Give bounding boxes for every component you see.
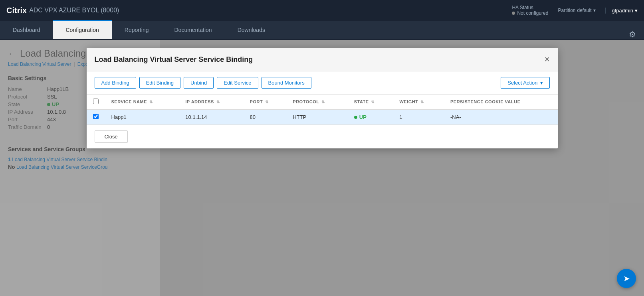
modal-footer: Close (87, 124, 558, 148)
cell-weight: 1 (393, 109, 444, 124)
select-all-checkbox[interactable] (93, 99, 99, 104)
cell-protocol: HTTP (286, 109, 347, 124)
settings-gear-area[interactable]: ⚙ (621, 30, 644, 39)
state-dot-icon (354, 116, 357, 119)
brand-citrix: Citrix (6, 6, 27, 15)
fab-button[interactable]: ➤ (617, 269, 636, 288)
col-port: PORT ⇅ (244, 95, 287, 109)
modal-title: Load Balancing Virtual Server Service Bi… (95, 55, 253, 64)
select-action-button[interactable]: Select Action ▾ (501, 77, 549, 89)
navbar: Dashboard Configuration Reporting Docume… (0, 21, 644, 40)
modal-close-button[interactable]: × (545, 54, 550, 65)
user-menu[interactable]: gtpadmin ▾ (605, 8, 638, 14)
edit-binding-button[interactable]: Edit Binding (139, 77, 180, 89)
modal-dialog: Load Balancing Virtual Server Service Bi… (87, 48, 558, 148)
tab-downloads[interactable]: Downloads (225, 20, 278, 39)
modal-toolbar: Add Binding Edit Binding Unbind Edit Ser… (87, 71, 558, 95)
col-service-name: SERVICE NAME ⇅ (105, 95, 179, 109)
table-body: Happ1 10.1.1.14 80 HTTP UP 1 -NA- (87, 109, 558, 124)
brand-area: Citrix ADC VPX AZURE BYOL (8000) (6, 6, 119, 15)
service-bindings-table: SERVICE NAME ⇅ IP ADDRESS ⇅ PORT ⇅ PRO (87, 95, 558, 124)
ha-dot-icon (512, 12, 515, 15)
ha-status-text: Not configured (517, 10, 548, 16)
sort-port-icon[interactable]: ⇅ (265, 100, 269, 104)
col-persistence-cookie: PERSISTENCE COOKIE VALUE (444, 95, 558, 109)
user-name: gtpadmin (612, 8, 633, 14)
brand-rest: ADC VPX AZURE BYOL (8000) (29, 7, 119, 14)
close-button[interactable]: Close (95, 130, 128, 143)
unbind-button[interactable]: Unbind (184, 77, 214, 89)
col-protocol: PROTOCOL ⇅ (286, 95, 347, 109)
tab-reporting[interactable]: Reporting (112, 20, 162, 39)
cell-persistence-cookie: -NA- (444, 109, 558, 124)
topbar: Citrix ADC VPX AZURE BYOL (8000) HA Stat… (0, 0, 644, 21)
partition-chevron-icon: ▾ (593, 8, 596, 13)
ha-status-title: HA Status (512, 5, 533, 10)
modal-header: Load Balancing Virtual Server Service Bi… (87, 48, 558, 71)
sort-service-name-icon[interactable]: ⇅ (149, 100, 153, 104)
header-checkbox-cell (87, 95, 105, 109)
cell-port: 80 (244, 109, 287, 124)
tab-configuration[interactable]: Configuration (53, 20, 112, 39)
col-state: STATE ⇅ (348, 95, 393, 109)
select-action-chevron-icon: ▾ (540, 80, 543, 86)
edit-service-button[interactable]: Edit Service (217, 77, 258, 89)
gear-icon[interactable]: ⚙ (629, 30, 636, 39)
table-row[interactable]: Happ1 10.1.1.14 80 HTTP UP 1 -NA- (87, 109, 558, 124)
sort-protocol-icon[interactable]: ⇅ (321, 100, 325, 104)
tab-dashboard[interactable]: Dashboard (0, 20, 53, 39)
ha-status-val: Not configured (512, 10, 548, 16)
topbar-right: HA Status Not configured Partition defau… (512, 5, 638, 16)
cell-ip-address: 10.1.1.14 (179, 109, 243, 124)
tab-documentation[interactable]: Documentation (161, 20, 224, 39)
cell-service-name: Happ1 (105, 109, 179, 124)
row-checkbox[interactable] (93, 114, 99, 119)
col-weight: WEIGHT ⇅ (393, 95, 444, 109)
table-header-row: SERVICE NAME ⇅ IP ADDRESS ⇅ PORT ⇅ PRO (87, 95, 558, 109)
partition-label: Partition (558, 8, 575, 13)
partition-value: default (577, 8, 591, 13)
row-checkbox-cell (87, 109, 105, 124)
sort-ip-icon[interactable]: ⇅ (216, 100, 220, 104)
partition-info[interactable]: Partition default ▾ (558, 8, 595, 13)
table-container: SERVICE NAME ⇅ IP ADDRESS ⇅ PORT ⇅ PRO (87, 95, 558, 124)
fab-icon: ➤ (623, 274, 630, 283)
col-ip-address: IP ADDRESS ⇅ (179, 95, 243, 109)
modal-overlay: Load Balancing Virtual Server Service Bi… (0, 40, 644, 296)
user-chevron-icon: ▾ (635, 8, 638, 14)
sort-state-icon[interactable]: ⇅ (371, 100, 375, 104)
state-value: UP (359, 114, 367, 120)
add-binding-button[interactable]: Add Binding (95, 77, 136, 89)
ha-status: HA Status Not configured (512, 5, 548, 16)
bound-monitors-button[interactable]: Bound Monitors (262, 77, 311, 89)
sort-weight-icon[interactable]: ⇅ (420, 100, 424, 104)
cell-state: UP (348, 109, 393, 124)
